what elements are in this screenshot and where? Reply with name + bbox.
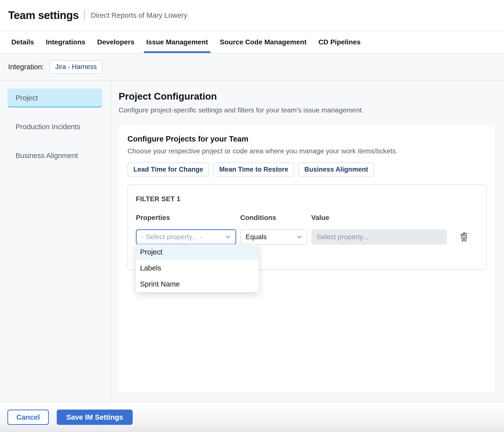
properties-dropdown: Project Labels Sprint Name	[136, 244, 259, 292]
chip-mean-time-to-restore[interactable]: Mean Time to Restore	[213, 162, 294, 177]
conditions-select-value: Equals	[246, 233, 267, 241]
page-title: Team settings	[8, 9, 79, 21]
card-description: Choose your respective project or code a…	[127, 147, 486, 155]
filter-row: - Select property... - Equals	[136, 229, 478, 245]
integration-row: Integration: Jira - Harness	[0, 54, 504, 81]
value-input[interactable]	[311, 229, 447, 245]
dropdown-option-labels[interactable]: Labels	[136, 260, 259, 276]
dropdown-option-project[interactable]: Project	[136, 244, 259, 260]
settings-sidebar: Project Production Incidents Business Al…	[0, 81, 111, 402]
section-description: Configure project-specific settings and …	[119, 106, 495, 114]
chip-business-alignment[interactable]: Business Alignment	[298, 162, 374, 177]
tab-source-code-management[interactable]: Source Code Management	[220, 31, 307, 53]
tab-cd-pipelines[interactable]: CD Pipelines	[318, 31, 360, 53]
configure-projects-card: Configure Projects for your Team Choose …	[119, 124, 495, 393]
conditions-select[interactable]: Equals	[240, 229, 307, 245]
trash-icon	[459, 231, 469, 243]
content-area: Project Production Incidents Business Al…	[0, 81, 504, 402]
title-divider	[84, 10, 85, 21]
properties-select-placeholder: - Select property... -	[142, 233, 202, 241]
dropdown-option-sprint-name[interactable]: Sprint Name	[136, 276, 259, 292]
column-header-properties: Properties	[136, 214, 236, 222]
page-subtitle: Direct Reports of Mary Lowery	[91, 11, 187, 19]
tab-bar: Details Integrations Developers Issue Ma…	[0, 31, 504, 54]
save-im-settings-button[interactable]: Save IM Settings	[57, 410, 133, 425]
footer-bar: Cancel Save IM Settings	[0, 402, 504, 432]
card-title: Configure Projects for your Team	[127, 135, 486, 144]
filter-column-headers: Properties Conditions Value	[136, 214, 478, 222]
sidebar-item-project[interactable]: Project	[7, 89, 102, 108]
tab-details[interactable]: Details	[11, 31, 34, 53]
chevron-down-icon	[296, 234, 303, 240]
delete-filter-button[interactable]	[459, 231, 469, 243]
filter-set-title: FILTER SET 1	[136, 195, 478, 203]
page-header: Team settings Direct Reports of Mary Low…	[0, 0, 504, 31]
sidebar-item-business-alignment[interactable]: Business Alignment	[7, 146, 102, 165]
properties-select[interactable]: - Select property... -	[136, 229, 236, 245]
cancel-button[interactable]: Cancel	[7, 410, 49, 425]
column-header-conditions: Conditions	[240, 214, 307, 222]
section-title: Project Configuration	[119, 91, 495, 102]
metric-chips: Lead Time for Change Mean Time to Restor…	[127, 162, 486, 177]
tab-issue-management[interactable]: Issue Management	[146, 31, 208, 53]
chevron-down-icon	[225, 234, 232, 240]
sidebar-item-production-incidents[interactable]: Production Incidents	[7, 117, 102, 136]
column-header-value: Value	[311, 214, 447, 222]
integration-chip-jira-harness[interactable]: Jira - Harness	[49, 60, 103, 74]
tab-integrations[interactable]: Integrations	[46, 31, 85, 53]
integration-label: Integration:	[8, 63, 44, 71]
main-panel: Project Configuration Configure project-…	[111, 81, 504, 402]
chip-lead-time-for-change[interactable]: Lead Time for Change	[127, 162, 209, 177]
filter-set-1: FILTER SET 1 Properties Conditions Value…	[127, 184, 486, 270]
tab-developers[interactable]: Developers	[97, 31, 134, 53]
